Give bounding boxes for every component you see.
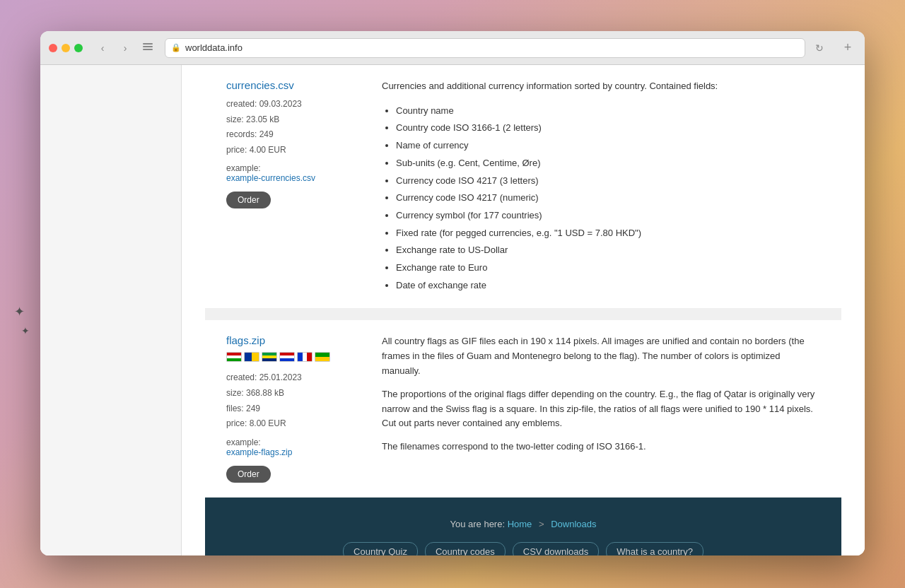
- feature-item: Sub-units (e.g. Cent, Centime, Øre): [396, 155, 820, 172]
- flags-created: created: 25.01.2023: [226, 370, 368, 386]
- back-button[interactable]: ‹: [94, 40, 111, 57]
- bird-1: ✦: [14, 304, 30, 319]
- breadcrumb: You are here: Home > Downloads: [219, 519, 827, 529]
- feature-item: Exchange rate to US-Dollar: [396, 242, 820, 259]
- feature-item: Date of exchange rate: [396, 277, 820, 295]
- address-bar[interactable]: 🔒 worlddata.info: [165, 38, 805, 58]
- footer-nav-what-is-country[interactable]: What is a country?: [606, 542, 703, 555]
- currencies-meta: created: 09.03.2023 size: 23.05 kB recor…: [226, 97, 368, 158]
- flag-icon-1: [226, 352, 242, 362]
- currencies-right: Currencies and additional currency infor…: [382, 79, 820, 294]
- currencies-description: Currencies and additional currency infor…: [382, 79, 820, 94]
- flags-desc1: All country flags as GIF files each in 1…: [382, 334, 820, 378]
- flags-example-link[interactable]: example-flags.zip: [226, 447, 292, 457]
- currencies-example-label: example: example-currencies.csv: [226, 163, 368, 183]
- feature-item: Currency code ISO 4217 (numeric): [396, 189, 820, 207]
- flags-desc2: The proportions of the original flags di…: [382, 387, 820, 431]
- currencies-order-button[interactable]: Order: [226, 192, 271, 208]
- forward-button[interactable]: ›: [117, 40, 134, 57]
- flag-icon-3: [262, 352, 277, 362]
- bird-2: ✦: [21, 325, 30, 336]
- flags-size: size: 368.88 kB: [226, 386, 368, 401]
- flags-preview: [226, 352, 368, 362]
- flag-icon-6: [315, 352, 330, 362]
- currencies-size: size: 23.05 kB: [226, 112, 368, 128]
- currencies-records: records: 249: [226, 127, 368, 143]
- breadcrumb-home-link[interactable]: Home: [508, 519, 532, 529]
- currencies-left: currencies.csv created: 09.03.2023 size:…: [226, 79, 382, 294]
- feature-item: Currency symbol (for 177 countries): [396, 207, 820, 225]
- currencies-price: price: 4.00 EUR: [226, 143, 368, 158]
- flags-example-label: example: example-flags.zip: [226, 437, 368, 457]
- flags-section: flags.zip: [205, 320, 841, 497]
- footer-nav-csv-downloads[interactable]: CSV downloads: [513, 542, 600, 555]
- flag-icon-5: [297, 352, 313, 362]
- svg-rect-2: [143, 49, 153, 50]
- footer: You are here: Home > Downloads Country Q…: [205, 498, 841, 555]
- maximize-button[interactable]: [74, 44, 83, 52]
- add-tab-button[interactable]: +: [839, 40, 856, 57]
- minimize-button[interactable]: [62, 44, 70, 52]
- flag-icon-4: [279, 352, 295, 362]
- flags-order-button[interactable]: Order: [226, 466, 271, 483]
- feature-item: Fixed rate (for pegged currencies, e.g. …: [396, 225, 820, 242]
- footer-nav-country-codes[interactable]: Country codes: [425, 542, 506, 555]
- flags-right: All country flags as GIF files each in 1…: [382, 334, 820, 482]
- close-button[interactable]: [49, 44, 57, 52]
- feature-item: Exchange rate to Euro: [396, 259, 820, 277]
- svg-rect-0: [143, 43, 153, 45]
- flags-desc3: The filenames correspond to the two-lett…: [382, 440, 820, 454]
- section-gap: [205, 309, 841, 320]
- flags-files: files: 249: [226, 401, 368, 417]
- currencies-created: created: 09.03.2023: [226, 97, 368, 112]
- browser-chrome: ‹ › 🔒 worlddata.info ↻ +: [40, 31, 865, 65]
- feature-item: Name of currency: [396, 137, 820, 155]
- breadcrumb-current: Downloads: [551, 519, 596, 529]
- browser-window: ‹ › 🔒 worlddata.info ↻ + curre: [40, 31, 865, 555]
- flags-left: flags.zip: [226, 334, 382, 482]
- breadcrumb-label: You are here:: [450, 519, 505, 529]
- flags-title[interactable]: flags.zip: [226, 334, 368, 346]
- birds-decoration: ✦ ✦: [14, 304, 30, 342]
- currencies-section: currencies.csv created: 09.03.2023 size:…: [205, 65, 841, 309]
- sidebar: [40, 65, 182, 555]
- currencies-title[interactable]: currencies.csv: [226, 79, 368, 91]
- sidebar-toggle-button[interactable]: [139, 40, 156, 57]
- footer-nav: Country Quiz Country codes CSV downloads…: [219, 542, 827, 555]
- currencies-features: Country name Country code ISO 3166-1 (2 …: [382, 102, 820, 295]
- currencies-example-link[interactable]: example-currencies.csv: [226, 173, 315, 183]
- feature-item: Country code ISO 3166-1 (2 letters): [396, 119, 820, 137]
- traffic-lights: [49, 44, 83, 52]
- feature-item: Currency code ISO 4217 (3 letters): [396, 172, 820, 190]
- flags-price: price: 8.00 EUR: [226, 416, 368, 432]
- reload-button[interactable]: ↻: [811, 40, 828, 57]
- main-content[interactable]: currencies.csv created: 09.03.2023 size:…: [182, 65, 865, 555]
- flags-meta: created: 25.01.2023 size: 368.88 kB file…: [226, 370, 368, 431]
- url-text: worlddata.info: [185, 42, 243, 53]
- breadcrumb-separator: >: [539, 519, 544, 529]
- feature-item: Country name: [396, 102, 820, 120]
- footer-nav-country-quiz[interactable]: Country Quiz: [343, 542, 418, 555]
- browser-content: currencies.csv created: 09.03.2023 size:…: [40, 65, 865, 555]
- lock-icon: 🔒: [171, 43, 181, 52]
- svg-rect-1: [143, 46, 153, 47]
- flag-icon-2: [244, 352, 259, 362]
